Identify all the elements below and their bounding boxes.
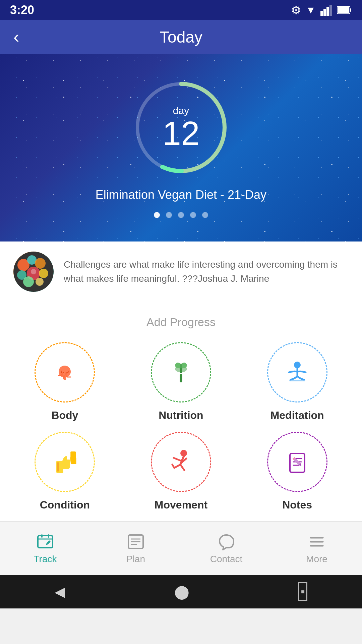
status-bar: 3:20 ⚙ ▼ — [0, 0, 362, 20]
contact-icon — [217, 532, 236, 551]
svg-rect-3 — [329, 5, 332, 16]
battery-icon — [337, 6, 352, 14]
hero-section: day 12 Elimination Vegan Diet - 21-Day — [0, 54, 362, 241]
svg-rect-0 — [320, 11, 323, 16]
day-number: 12 — [162, 116, 199, 150]
progress-ring: day 12 — [131, 77, 231, 178]
movement-icon — [168, 448, 194, 475]
svg-point-19 — [31, 269, 36, 274]
contact-label: Contact — [210, 554, 243, 565]
wifi-icon: ▼ — [306, 4, 316, 16]
more-icon — [307, 532, 326, 551]
progress-item-nutrition[interactable]: Nutrition — [126, 342, 236, 422]
nav-contact[interactable]: Contact — [181, 522, 272, 575]
svg-rect-26 — [57, 462, 59, 472]
progress-grid: Body Nutrition — [10, 342, 352, 511]
android-home-button[interactable]: ⬤ — [174, 584, 189, 599]
add-progress-section: Add Progress Body — [0, 302, 362, 521]
progress-item-movement[interactable]: Movement — [126, 432, 236, 511]
svg-rect-2 — [326, 7, 329, 16]
ring-center: day 12 — [162, 105, 199, 150]
meditation-icon — [284, 359, 311, 386]
plan-icon — [126, 532, 145, 551]
avatar — [13, 252, 54, 292]
nutrition-label: Nutrition — [159, 409, 203, 422]
nav-more[interactable]: More — [272, 522, 362, 575]
notes-icon-circle — [267, 432, 327, 492]
android-recent-button[interactable]: ▪ — [298, 582, 307, 601]
nutrition-icon-circle — [151, 342, 211, 402]
track-label: Track — [34, 554, 57, 565]
movement-icon-circle — [151, 432, 211, 492]
svg-rect-20 — [180, 374, 182, 382]
svg-rect-1 — [323, 9, 326, 16]
quote-section: Challenges are what make life interestin… — [0, 241, 362, 302]
body-icon — [51, 359, 78, 386]
android-nav-bar: ◀ ⬤ ▪ — [0, 575, 362, 608]
meditation-label: Meditation — [270, 409, 324, 422]
hero-subtitle: Elimination Vegan Diet - 21-Day — [96, 188, 266, 202]
track-icon — [36, 532, 55, 551]
dot-2[interactable] — [166, 212, 172, 218]
nav-plan[interactable]: Plan — [90, 522, 181, 575]
progress-item-condition[interactable]: Condition — [10, 432, 120, 511]
svg-point-16 — [39, 269, 48, 278]
progress-item-meditation[interactable]: Meditation — [242, 342, 352, 422]
android-back-button[interactable]: ◀ — [55, 584, 65, 599]
back-button[interactable]: ‹ — [13, 27, 19, 47]
status-icons: ⚙ ▼ — [291, 3, 352, 17]
svg-rect-6 — [338, 7, 349, 13]
add-progress-title: Add Progress — [10, 316, 352, 329]
carousel-dots — [154, 212, 208, 218]
body-icon-circle — [35, 342, 95, 402]
quote-text: Challenges are what make life interestin… — [64, 258, 349, 286]
page-title: Today — [160, 28, 202, 46]
nutrition-icon — [168, 359, 194, 386]
svg-point-18 — [36, 278, 44, 286]
meditation-icon-circle — [267, 342, 327, 402]
svg-point-13 — [35, 258, 46, 269]
svg-point-17 — [23, 276, 34, 287]
settings-icon: ⚙ — [291, 3, 301, 17]
condition-icon-circle — [35, 432, 95, 492]
app-header: ‹ Today — [0, 20, 362, 54]
plan-label: Plan — [126, 554, 145, 565]
signal-icon — [320, 4, 333, 16]
progress-item-body[interactable]: Body — [10, 342, 120, 422]
status-time: 3:20 — [10, 3, 34, 17]
dot-1[interactable] — [154, 212, 160, 218]
notes-icon — [284, 448, 311, 475]
notes-label: Notes — [282, 499, 312, 511]
body-label: Body — [51, 409, 78, 422]
dot-3[interactable] — [178, 212, 184, 218]
dot-4[interactable] — [190, 212, 196, 218]
svg-point-24 — [294, 362, 301, 368]
svg-rect-5 — [350, 8, 351, 12]
bottom-navigation: Track Plan Contact More — [0, 521, 362, 575]
condition-label: Condition — [40, 499, 90, 511]
progress-item-notes[interactable]: Notes — [242, 432, 352, 511]
dot-5[interactable] — [202, 212, 208, 218]
nav-track[interactable]: Track — [0, 522, 90, 575]
condition-icon — [50, 448, 80, 475]
more-label: More — [306, 554, 327, 565]
movement-label: Movement — [155, 499, 207, 511]
